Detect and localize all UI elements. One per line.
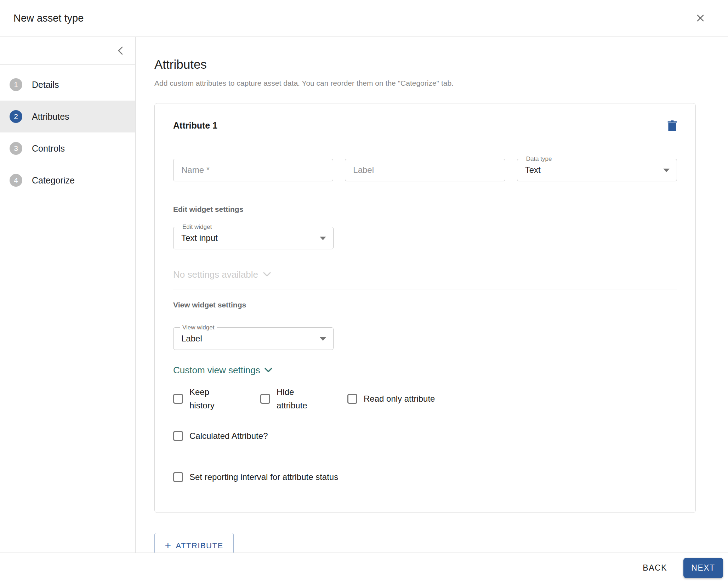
checkbox-row-2: Calculated Attribute?: [173, 429, 677, 443]
steps-list: 1 Details 2 Attributes 3 Controls 4 Cate…: [0, 69, 135, 196]
chevron-left-icon: [118, 46, 123, 55]
step-details[interactable]: 1 Details: [0, 69, 135, 101]
dropdown-arrow-icon: [320, 237, 326, 240]
step-label: Attributes: [32, 112, 69, 122]
checkbox-label: Calculated Attribute?: [189, 429, 268, 443]
checkbox-label: Keep history: [189, 385, 235, 412]
hide-attribute-option[interactable]: Hide attribute: [260, 385, 347, 412]
chevron-down-icon: [263, 272, 271, 277]
reporting-interval-option[interactable]: Set reporting interval for attribute sta…: [173, 470, 338, 484]
close-button[interactable]: [693, 11, 707, 25]
keep-history-option[interactable]: Keep history: [173, 385, 260, 412]
no-settings-toggle[interactable]: No settings available: [173, 269, 271, 280]
step-label: Categorize: [32, 175, 75, 186]
edit-widget-float-label: Edit widget: [180, 224, 214, 230]
dropdown-arrow-icon: [663, 169, 670, 172]
data-type-float-label: Data type: [524, 156, 554, 162]
page-title: Attributes: [154, 57, 728, 72]
checkbox-label: Set reporting interval for attribute sta…: [189, 470, 338, 484]
step-number-badge: 3: [10, 142, 22, 155]
checkbox-label: Read only attribute: [364, 392, 435, 406]
dropdown-arrow-icon: [320, 337, 326, 341]
step-number-badge: 1: [10, 78, 22, 91]
view-widget-select[interactable]: View widget Label: [173, 327, 334, 350]
close-icon: [695, 13, 706, 23]
dialog-header: New asset type: [0, 0, 728, 36]
step-categorize[interactable]: 4 Categorize: [0, 164, 135, 196]
sidebar-collapse-row: [0, 37, 135, 65]
no-settings-label: No settings available: [173, 269, 258, 280]
stepper-sidebar: 1 Details 2 Attributes 3 Controls 4 Cate…: [0, 37, 136, 553]
step-label: Details: [32, 80, 59, 90]
step-number-badge: 2: [10, 110, 22, 123]
hide-attribute-checkbox[interactable]: [260, 394, 270, 404]
label-input[interactable]: [345, 159, 505, 181]
step-label: Controls: [32, 143, 65, 154]
calculated-attribute-option[interactable]: Calculated Attribute?: [173, 429, 268, 443]
calculated-attribute-checkbox[interactable]: [173, 431, 183, 441]
reporting-interval-checkbox[interactable]: [173, 472, 183, 482]
edit-widget-select[interactable]: Edit widget Text input: [173, 227, 334, 249]
view-widget-float-label: View widget: [180, 324, 217, 330]
read-only-attribute-checkbox[interactable]: [347, 394, 357, 404]
view-widget-settings-heading: View widget settings: [173, 300, 677, 310]
trash-icon: [667, 120, 677, 131]
edit-widget-value: Text input: [181, 233, 218, 243]
divider: [173, 189, 677, 189]
step-attributes[interactable]: 2 Attributes: [0, 101, 135, 132]
plus-icon: +: [165, 542, 171, 550]
add-attribute-button[interactable]: + ATTRIBUTE: [154, 533, 234, 553]
attribute-fields-row: Data type Text: [173, 159, 677, 181]
read-only-attribute-option[interactable]: Read only attribute: [347, 385, 435, 412]
main-content: Attributes Add custom attributes to capt…: [136, 37, 728, 553]
delete-attribute-button[interactable]: [667, 120, 677, 131]
divider: [173, 289, 677, 289]
edit-widget-settings-heading: Edit widget settings: [173, 205, 677, 214]
collapse-sidebar-button[interactable]: [115, 44, 125, 57]
back-button[interactable]: BACK: [638, 560, 672, 576]
attribute-card: Attribute 1 Data type Text Edit widget s: [154, 103, 696, 513]
checkbox-row-1: Keep history Hide attribute Read only at…: [173, 385, 677, 412]
step-controls[interactable]: 3 Controls: [0, 132, 135, 164]
data-type-select[interactable]: Data type Text: [517, 159, 677, 181]
add-attribute-label: ATTRIBUTE: [176, 541, 223, 550]
name-input[interactable]: [173, 159, 333, 181]
data-type-value: Text: [525, 165, 541, 175]
custom-view-settings-label: Custom view settings: [173, 365, 260, 375]
step-number-badge: 4: [10, 174, 22, 187]
dialog-title: New asset type: [13, 12, 84, 24]
next-button[interactable]: NEXT: [683, 558, 723, 578]
custom-view-settings-toggle[interactable]: Custom view settings: [173, 365, 272, 375]
dialog-footer: BACK NEXT: [0, 553, 728, 583]
checkbox-label: Hide attribute: [277, 385, 323, 412]
page-subtitle: Add custom attributes to capture asset d…: [154, 78, 728, 88]
chevron-down-icon: [265, 368, 272, 373]
attribute-card-title: Attribute 1: [173, 120, 217, 131]
keep-history-checkbox[interactable]: [173, 394, 183, 404]
checkbox-row-3: Set reporting interval for attribute sta…: [173, 470, 677, 484]
attribute-card-header: Attribute 1: [173, 120, 677, 131]
view-widget-value: Label: [181, 334, 202, 344]
